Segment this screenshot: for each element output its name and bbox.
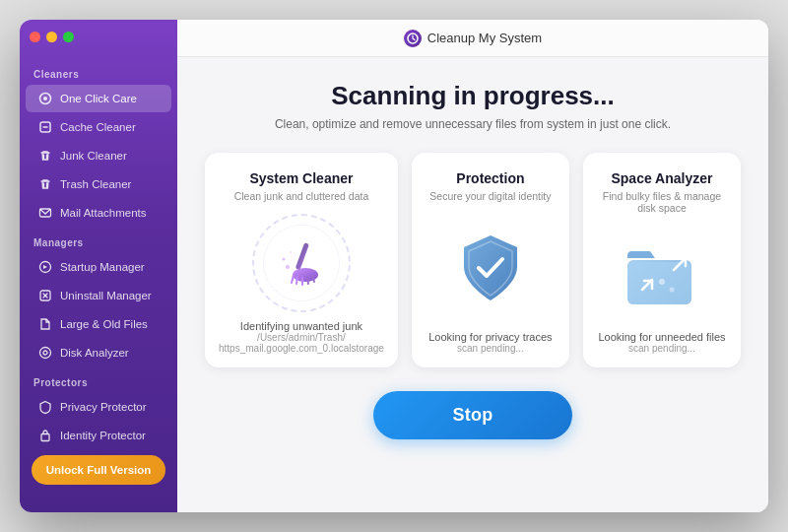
svg-point-25 [659,279,665,285]
privacy-protector-label: Privacy Protector [60,401,147,413]
uninstall-manager-icon [37,288,53,303]
junk-cleaner-icon [37,148,53,164]
disk-analyzer-icon [37,345,53,361]
system-cleaner-card: System Cleaner Clean junk and cluttered … [205,153,398,367]
protection-subtitle: Secure your digital identity [429,190,551,202]
app-window: CleanersOne Click CareCache CleanerJunk … [20,20,768,512]
protection-status: Looking for privacy traces [428,331,552,343]
sidebar-item-mail-attachments[interactable]: Mail Attachments [26,199,171,227]
cards-row: System Cleaner Clean junk and cluttered … [205,153,741,367]
app-title: Cleanup My System [427,31,542,45]
sidebar-item-disk-analyzer[interactable]: Disk Analyzer [26,339,171,366]
topbar: Cleanup My System [177,20,768,57]
svg-rect-11 [41,434,49,441]
maximize-button[interactable] [63,32,74,42]
sidebar-item-startup-manager[interactable]: Startup Manager [26,253,171,281]
system-cleaner-path: /Users/admin/Trash/https_mail.google.com… [219,332,384,354]
junk-cleaner-label: Junk Cleaner [60,150,127,162]
sidebar-item-trash-cleaner[interactable]: Trash Cleaner [26,170,171,198]
minimize-button[interactable] [46,32,57,42]
folder-icon [623,240,701,309]
trash-cleaner-label: Trash Cleaner [60,178,131,190]
space-analyzer-status-sub: scan pending... [628,343,695,354]
system-cleaner-subtitle: Clean junk and cluttered data [234,190,369,202]
startup-manager-label: Startup Manager [60,261,145,273]
one-click-care-icon [37,91,53,106]
protection-status-sub: scan pending... [457,343,524,354]
startup-manager-icon [37,259,53,275]
space-analyzer-status: Looking for unneeded files [598,331,725,343]
one-click-care-label: One Click Care [60,93,137,104]
identity-protector-icon [37,428,53,443]
uninstall-manager-label: Uninstall Manager [60,290,152,301]
close-button[interactable] [30,32,40,42]
sidebar-item-one-click-care[interactable]: One Click Care [26,85,171,112]
traffic-lights [30,32,74,42]
privacy-protector-icon [37,399,53,415]
page-title: Scanning in progress... [331,81,615,111]
large-old-files-label: Large & Old Files [60,318,148,330]
stop-button[interactable]: Stop [373,391,571,439]
system-cleaner-visual [219,214,384,312]
svg-point-1 [43,97,47,100]
sidebar-item-large-old-files[interactable]: Large & Old Files [26,310,171,338]
main-content: Cleanup My System Scanning in progress..… [177,20,768,512]
unlock-full-version-button[interactable]: Unlock Full Version [32,455,165,485]
content-area: Scanning in progress... Clean, optimize … [177,57,768,512]
protection-card: Protection Secure your digital identity [412,153,569,367]
space-analyzer-visual [597,226,727,323]
sidebar-item-junk-cleaner[interactable]: Junk Cleaner [26,142,171,169]
protection-title: Protection [456,170,524,186]
sidebar-nav: CleanersOne Click CareCache CleanerJunk … [20,59,177,450]
sidebar-section-cleaners: Cleaners [20,59,177,84]
sidebar-item-uninstall-manager[interactable]: Uninstall Manager [26,282,171,309]
sidebar-section-protectors: Protectors [20,367,177,392]
svg-point-9 [40,348,51,359]
scanning-ring-inner [263,225,340,301]
sidebar-item-privacy-protector[interactable]: Privacy Protector [26,393,171,421]
mail-attachments-label: Mail Attachments [60,207,147,219]
cache-cleaner-label: Cache Cleaner [60,121,136,133]
system-cleaner-status: Identifying unwanted junk [240,320,362,332]
mail-attachments-icon [37,205,53,221]
sidebar: CleanersOne Click CareCache CleanerJunk … [20,20,177,512]
system-cleaner-title: System Cleaner [249,170,353,186]
shield-icon [456,232,525,305]
sidebar-section-managers: Managers [20,228,177,252]
page-subtitle: Clean, optimize and remove unnecessary f… [275,117,671,131]
cache-cleaner-icon [37,119,53,135]
identity-protector-label: Identity Protector [60,430,146,441]
space-analyzer-subtitle: Find bulky files & manage disk space [597,190,727,214]
disk-analyzer-label: Disk Analyzer [60,347,129,359]
sidebar-item-cache-cleaner[interactable]: Cache Cleaner [26,113,171,141]
large-old-files-icon [37,316,53,332]
svg-point-10 [43,351,47,355]
app-icon [404,30,422,47]
space-analyzer-card: Space Analyzer Find bulky files & manage… [583,153,741,367]
sidebar-item-identity-protector[interactable]: Identity Protector [26,422,171,449]
trash-cleaner-icon [37,176,53,192]
protection-visual [426,214,556,323]
svg-point-26 [669,287,674,292]
space-analyzer-title: Space Analyzer [611,170,712,186]
